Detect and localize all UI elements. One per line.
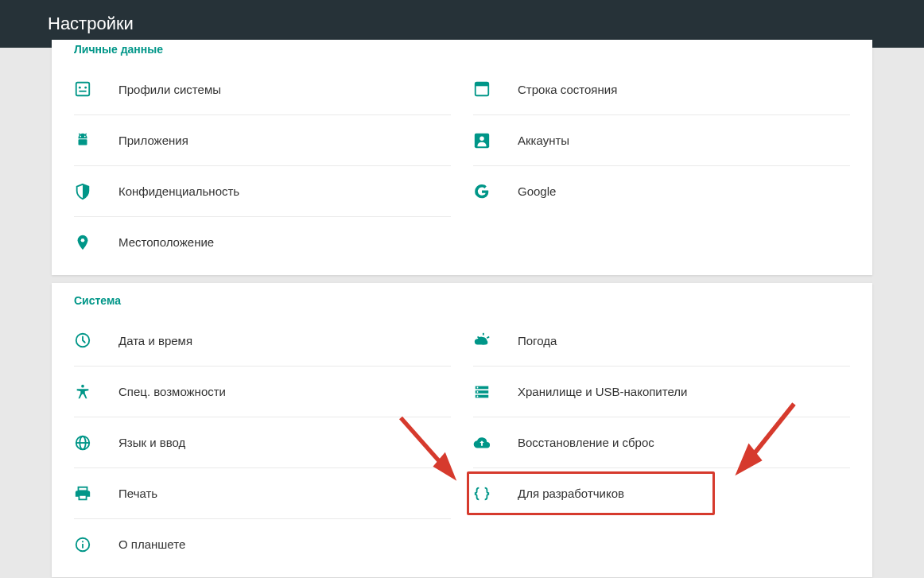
system-right-col: Погода Хранилище и USB-накопители Восста… — [462, 315, 861, 569]
item-backup-reset[interactable]: Восстановление и сброс — [473, 417, 850, 467]
backup-icon — [473, 434, 518, 452]
item-google[interactable]: Google — [473, 165, 850, 216]
content: Личные данные Профили системы Приложения… — [0, 40, 924, 577]
label: Профили системы — [118, 83, 451, 96]
label: Погода — [518, 334, 850, 347]
android-icon — [74, 132, 118, 149]
item-apps[interactable]: Приложения — [74, 114, 451, 165]
account-icon — [473, 132, 518, 149]
personal-right-col: Строка состояния Аккаунты Google — [462, 64, 861, 267]
profiles-icon — [74, 80, 118, 98]
system-left-col: Дата и время Спец. возможности Язык и вв… — [63, 315, 462, 569]
label: Восстановление и сброс — [518, 436, 850, 449]
item-language[interactable]: Язык и ввод — [74, 417, 451, 467]
label: Для разработчиков — [518, 487, 850, 500]
item-datetime[interactable]: Дата и время — [74, 315, 451, 366]
card-system: Система Дата и время Спец. возможности Я… — [52, 283, 872, 577]
item-accessibility[interactable]: Спец. возможности — [74, 366, 451, 417]
print-icon — [74, 485, 118, 502]
page-title: Настройки — [48, 14, 134, 34]
item-privacy[interactable]: Конфиденциальность — [74, 165, 451, 216]
clock-icon — [74, 332, 118, 349]
label: Конфиденциальность — [118, 184, 451, 198]
label: Спец. возможности — [118, 385, 451, 398]
item-storage[interactable]: Хранилище и USB-накопители — [473, 366, 850, 417]
item-statusbar[interactable]: Строка состояния — [473, 64, 850, 114]
label: О планшете — [118, 537, 451, 551]
label: Местоположение — [118, 235, 451, 249]
google-icon — [473, 183, 518, 200]
globe-icon — [74, 434, 118, 452]
accessibility-icon — [74, 383, 118, 401]
personal-left-col: Профили системы Приложения Конфиденциаль… — [63, 64, 462, 267]
item-about-tablet[interactable]: О планшете — [74, 518, 451, 569]
item-accounts[interactable]: Аккаунты — [473, 114, 850, 165]
label: Google — [518, 184, 850, 198]
label: Приложения — [118, 134, 451, 147]
item-location[interactable]: Местоположение — [74, 216, 451, 267]
item-system-profiles[interactable]: Профили системы — [74, 64, 451, 114]
item-developer-options[interactable]: Для разработчиков — [473, 467, 850, 518]
braces-icon — [473, 485, 518, 502]
statusbar-icon — [473, 80, 518, 98]
label: Печать — [118, 487, 451, 500]
item-weather[interactable]: Погода — [473, 315, 850, 366]
label: Хранилище и USB-накопители — [518, 385, 850, 398]
label: Аккаунты — [518, 134, 850, 147]
info-icon — [74, 536, 118, 553]
card-personal: Личные данные Профили системы Приложения… — [52, 40, 872, 275]
section-header-system: Система — [52, 283, 872, 315]
shield-icon — [74, 183, 118, 200]
section-header-personal: Личные данные — [52, 40, 872, 64]
label: Язык и ввод — [118, 436, 451, 449]
storage-icon — [473, 383, 518, 401]
label: Дата и время — [118, 334, 451, 347]
label: Строка состояния — [518, 83, 850, 96]
weather-icon — [473, 332, 518, 349]
location-icon — [74, 234, 118, 251]
item-print[interactable]: Печать — [74, 467, 451, 518]
